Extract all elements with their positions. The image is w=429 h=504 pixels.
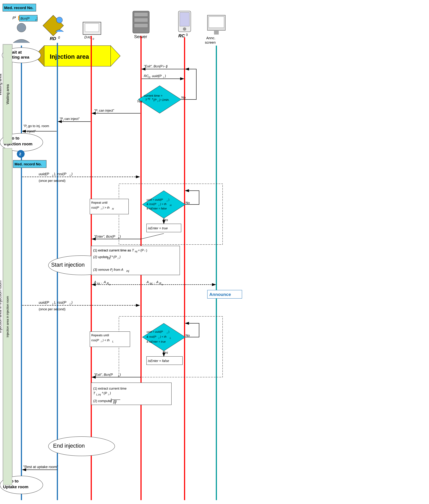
svg-text:i−1: i−1	[163, 65, 167, 68]
svg-text:Start injection: Start injection	[51, 262, 85, 268]
svg-text:H: H	[112, 208, 114, 210]
svg-text:i: i	[98, 111, 98, 113]
svg-text:Injection area in injection ro: Injection area in injection room	[0, 280, 2, 333]
svg-text:inj: inj	[113, 401, 116, 404]
svg-text:RC: RC	[144, 74, 149, 78]
svg-text:Annc.: Annc.	[206, 36, 215, 40]
svg-rect-42	[214, 30, 219, 35]
svg-rect-40	[207, 15, 225, 30]
svg-text:0: 0	[58, 36, 60, 39]
svg-text:): )	[119, 255, 121, 259]
svg-text:): )	[119, 373, 121, 376]
svg-text:i: i	[108, 393, 109, 396]
svg-text:(P: (P	[153, 98, 157, 102]
svg-text:): )	[71, 300, 72, 304]
svg-text:uuid(P: uuid(P	[39, 300, 49, 304]
svg-text:): )	[71, 172, 72, 176]
svg-text:(1) extract current time: (1) extract current time	[93, 387, 126, 390]
svg-line-215	[141, 234, 164, 239]
svg-text:0: 0	[149, 76, 150, 79]
svg-text:i: i	[52, 174, 53, 177]
svg-text:i: i	[118, 236, 119, 239]
svg-text:"P: "P	[59, 117, 63, 121]
svg-text:D: D	[84, 35, 87, 39]
svg-text:go to inj. room: go to inj. room	[28, 124, 49, 128]
svg-text:i: i	[101, 340, 102, 343]
svg-point-16	[17, 23, 26, 32]
svg-text:inj: inj	[148, 97, 150, 100]
svg-text:from A: from A	[114, 268, 123, 271]
svg-text:a: a	[102, 391, 103, 394]
svg-text:uuid = uuid(P: uuid = uuid(P	[147, 330, 163, 333]
svg-text:rssi(P: rssi(P	[91, 206, 99, 209]
svg-text:H: H	[170, 204, 171, 207]
svg-text:isEnter = true: isEnter = true	[148, 226, 168, 230]
svg-point-37	[183, 27, 186, 31]
svg-text:Yes: Yes	[162, 351, 168, 354]
svg-marker-28	[35, 46, 44, 66]
svg-text:,: ,	[101, 280, 102, 284]
svg-text:): )	[36, 17, 38, 20]
svg-text:RD: RD	[50, 36, 56, 41]
svg-text:uuid = uuid(P: uuid = uuid(P	[147, 198, 163, 201]
svg-rect-21	[83, 22, 101, 35]
svg-text:L,inj: L,inj	[96, 393, 101, 396]
svg-text:can inject": can inject"	[64, 117, 80, 121]
svg-text:Server: Server	[134, 34, 147, 39]
svg-text:(P: (P	[104, 391, 107, 395]
svg-marker-27	[111, 46, 120, 66]
svg-text:): )	[119, 235, 121, 238]
svg-text:), rssi(P: ), rssi(P	[54, 300, 66, 304]
svg-rect-30	[133, 11, 149, 33]
svg-rect-36	[180, 12, 189, 26]
svg-point-129	[48, 256, 115, 275]
svg-rect-31	[134, 12, 148, 17]
svg-text:i: i	[63, 119, 64, 122]
svg-text:0: 0	[186, 33, 188, 37]
svg-text:(once per second): (once per second)	[39, 179, 65, 182]
svg-rect-105	[119, 184, 223, 244]
svg-text:), rssi(P: ), rssi(P	[54, 172, 66, 176]
svg-text:A: A	[103, 280, 106, 284]
svg-text:Repeats until: Repeats until	[91, 333, 109, 337]
svg-text:): )	[168, 198, 169, 201]
svg-text:"P: "P	[94, 109, 98, 112]
svg-text:i: i	[35, 18, 36, 21]
svg-text:"Rest at uptake room": "Rest at uptake room"	[23, 465, 58, 469]
svg-rect-158	[207, 290, 242, 298]
svg-text:isEnter = false: isEnter = false	[148, 359, 169, 363]
svg-text:current time =: current time =	[144, 94, 162, 97]
svg-rect-32	[134, 18, 148, 22]
svg-marker-65	[138, 86, 181, 113]
svg-text:): )	[109, 391, 111, 395]
svg-text:(P: (P	[113, 255, 117, 259]
svg-text:, uuid(P: , uuid(P	[150, 74, 162, 78]
svg-text:EE: EE	[107, 257, 111, 260]
svg-text:i: i	[112, 269, 113, 272]
svg-text:(3) remove P: (3) remove P	[93, 268, 112, 271]
svg-rect-117	[147, 224, 181, 232]
svg-rect-96	[13, 160, 46, 168]
svg-text:T: T	[145, 98, 147, 102]
svg-text:e: e	[152, 97, 153, 100]
svg-rect-26	[44, 46, 111, 66]
svg-text:) > th: ) > th	[160, 202, 166, 206]
svg-text:& rssi(P: & rssi(P	[147, 202, 156, 206]
svg-text:P: P	[12, 16, 15, 20]
svg-text:): )	[164, 74, 166, 78]
svg-text:Waiting area: Waiting area	[0, 74, 2, 95]
svg-text:i: i	[167, 332, 168, 334]
svg-text:RC: RC	[178, 33, 185, 38]
svg-point-205	[48, 437, 115, 456]
svg-marker-106	[143, 191, 185, 218]
svg-text:inj: inj	[150, 282, 152, 285]
svg-text:i: i	[101, 208, 102, 210]
svg-text:,: ,	[154, 280, 155, 284]
svg-point-18	[56, 17, 63, 23]
svg-rect-35	[178, 11, 191, 32]
svg-text:"P: "P	[23, 124, 27, 128]
svg-text:(once per second): (once per second)	[39, 307, 65, 311]
svg-text:No: No	[186, 333, 190, 337]
svg-text:A: A	[156, 280, 158, 284]
svg-text:uuid(P: uuid(P	[39, 172, 49, 176]
